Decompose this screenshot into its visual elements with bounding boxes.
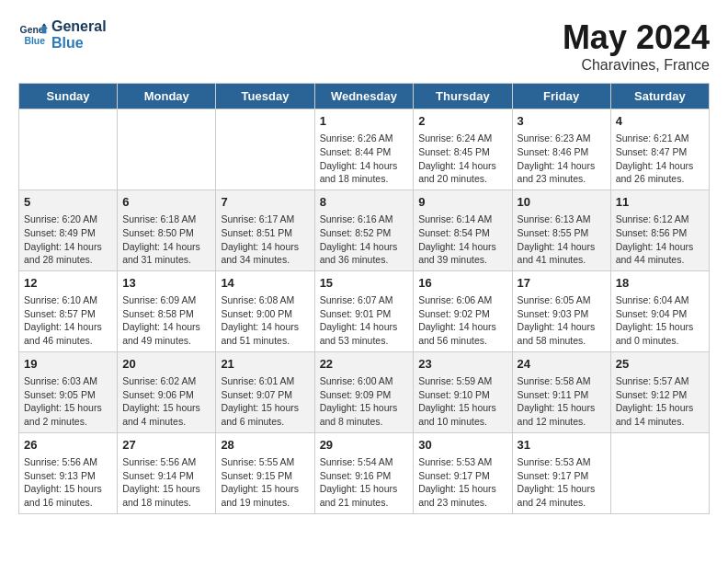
cell-info: Sunrise: 6:01 AM Sunset: 9:07 PM Dayligh… [221, 374, 309, 429]
header: General Blue General Blue May 2024 Chara… [18, 18, 710, 74]
calendar-cell: 18Sunrise: 6:04 AM Sunset: 9:04 PM Dayli… [610, 270, 709, 351]
calendar-cell: 21Sunrise: 6:01 AM Sunset: 9:07 PM Dayli… [216, 351, 314, 432]
calendar-cell: 3Sunrise: 6:23 AM Sunset: 8:46 PM Daylig… [512, 109, 610, 190]
cell-day-number: 31 [518, 437, 606, 454]
cell-info: Sunrise: 5:53 AM Sunset: 9:17 PM Dayligh… [518, 455, 606, 510]
cell-info: Sunrise: 6:24 AM Sunset: 8:45 PM Dayligh… [418, 132, 506, 186]
cell-day-number: 6 [122, 194, 210, 211]
cell-day-number: 21 [221, 356, 309, 373]
calendar-cell: 17Sunrise: 6:05 AM Sunset: 9:03 PM Dayli… [512, 270, 610, 351]
cell-info: Sunrise: 5:58 AM Sunset: 9:11 PM Dayligh… [518, 374, 606, 429]
cell-info: Sunrise: 6:18 AM Sunset: 8:50 PM Dayligh… [122, 213, 210, 267]
logo-text-line1: General [51, 18, 107, 35]
cell-info: Sunrise: 6:03 AM Sunset: 9:05 PM Dayligh… [24, 374, 112, 429]
cell-info: Sunrise: 6:09 AM Sunset: 8:58 PM Dayligh… [122, 293, 210, 348]
cell-info: Sunrise: 6:16 AM Sunset: 8:52 PM Dayligh… [320, 213, 409, 267]
cell-info: Sunrise: 6:23 AM Sunset: 8:46 PM Dayligh… [518, 132, 606, 186]
calendar-week-row: 12Sunrise: 6:10 AM Sunset: 8:57 PM Dayli… [19, 270, 710, 351]
calendar-week-row: 1Sunrise: 6:26 AM Sunset: 8:44 PM Daylig… [19, 109, 710, 190]
calendar-cell: 30Sunrise: 5:53 AM Sunset: 9:17 PM Dayli… [414, 432, 512, 513]
calendar-cell: 6Sunrise: 6:18 AM Sunset: 8:50 PM Daylig… [118, 190, 216, 270]
cell-day-number: 28 [221, 437, 309, 454]
calendar-cell: 16Sunrise: 6:06 AM Sunset: 9:02 PM Dayli… [414, 270, 512, 351]
calendar-cell: 22Sunrise: 6:00 AM Sunset: 9:09 PM Dayli… [314, 351, 414, 432]
cell-info: Sunrise: 5:57 AM Sunset: 9:12 PM Dayligh… [616, 374, 704, 429]
cell-info: Sunrise: 6:12 AM Sunset: 8:56 PM Dayligh… [616, 213, 704, 267]
cell-day-number: 19 [24, 356, 112, 373]
cell-day-number: 2 [418, 113, 506, 130]
cell-info: Sunrise: 6:13 AM Sunset: 8:55 PM Dayligh… [518, 213, 606, 267]
day-of-week-header: Friday [512, 84, 610, 109]
calendar-cell: 23Sunrise: 5:59 AM Sunset: 9:10 PM Dayli… [414, 351, 512, 432]
day-of-week-header: Monday [118, 84, 216, 109]
calendar-cell: 20Sunrise: 6:02 AM Sunset: 9:06 PM Dayli… [118, 351, 216, 432]
cell-day-number: 14 [221, 275, 309, 292]
calendar-cell: 24Sunrise: 5:58 AM Sunset: 9:11 PM Dayli… [512, 351, 610, 432]
title-area: May 2024 Charavines, France [563, 18, 710, 74]
day-of-week-header: Saturday [610, 84, 709, 109]
cell-info: Sunrise: 6:06 AM Sunset: 9:02 PM Dayligh… [418, 293, 506, 348]
day-of-week-header: Wednesday [314, 84, 414, 109]
cell-info: Sunrise: 6:08 AM Sunset: 9:00 PM Dayligh… [221, 293, 309, 348]
calendar-cell: 27Sunrise: 5:56 AM Sunset: 9:14 PM Dayli… [118, 432, 216, 513]
day-of-week-header: Tuesday [216, 84, 314, 109]
cell-day-number: 5 [24, 194, 112, 211]
cell-day-number: 8 [320, 194, 409, 211]
cell-info: Sunrise: 6:17 AM Sunset: 8:51 PM Dayligh… [221, 213, 309, 267]
calendar-cell: 13Sunrise: 6:09 AM Sunset: 8:58 PM Dayli… [118, 270, 216, 351]
calendar-cell [216, 109, 314, 190]
calendar-week-row: 19Sunrise: 6:03 AM Sunset: 9:05 PM Dayli… [19, 351, 710, 432]
calendar-cell: 28Sunrise: 5:55 AM Sunset: 9:15 PM Dayli… [216, 432, 314, 513]
cell-day-number: 24 [518, 356, 606, 373]
calendar-cell: 15Sunrise: 6:07 AM Sunset: 9:01 PM Dayli… [314, 270, 414, 351]
cell-info: Sunrise: 6:14 AM Sunset: 8:54 PM Dayligh… [418, 213, 506, 267]
cell-info: Sunrise: 5:54 AM Sunset: 9:16 PM Dayligh… [320, 455, 409, 510]
cell-info: Sunrise: 5:53 AM Sunset: 9:17 PM Dayligh… [418, 455, 506, 510]
cell-day-number: 15 [320, 275, 409, 292]
calendar-cell [610, 432, 709, 513]
cell-day-number: 25 [616, 356, 704, 373]
cell-day-number: 27 [122, 437, 210, 454]
cell-info: Sunrise: 6:02 AM Sunset: 9:06 PM Dayligh… [122, 374, 210, 429]
svg-marker-3 [42, 26, 47, 33]
calendar-cell: 5Sunrise: 6:20 AM Sunset: 8:49 PM Daylig… [19, 190, 118, 270]
cell-day-number: 3 [518, 113, 606, 130]
calendar: SundayMondayTuesdayWednesdayThursdayFrid… [18, 83, 710, 514]
calendar-header-row: SundayMondayTuesdayWednesdayThursdayFrid… [19, 84, 710, 109]
cell-day-number: 16 [418, 275, 506, 292]
cell-info: Sunrise: 6:05 AM Sunset: 9:03 PM Dayligh… [518, 293, 606, 348]
cell-info: Sunrise: 6:00 AM Sunset: 9:09 PM Dayligh… [320, 374, 409, 429]
cell-day-number: 29 [320, 437, 409, 454]
svg-text:Blue: Blue [24, 36, 45, 46]
cell-info: Sunrise: 6:20 AM Sunset: 8:49 PM Dayligh… [24, 213, 112, 267]
sub-title: Charavines, France [563, 57, 710, 74]
calendar-cell: 29Sunrise: 5:54 AM Sunset: 9:16 PM Dayli… [314, 432, 414, 513]
cell-info: Sunrise: 5:56 AM Sunset: 9:14 PM Dayligh… [122, 455, 210, 510]
cell-info: Sunrise: 6:04 AM Sunset: 9:04 PM Dayligh… [616, 293, 704, 348]
calendar-cell: 14Sunrise: 6:08 AM Sunset: 9:00 PM Dayli… [216, 270, 314, 351]
cell-day-number: 1 [320, 113, 409, 130]
calendar-cell: 7Sunrise: 6:17 AM Sunset: 8:51 PM Daylig… [216, 190, 314, 270]
day-of-week-header: Thursday [414, 84, 512, 109]
cell-day-number: 22 [320, 356, 409, 373]
logo: General Blue General Blue [18, 18, 107, 52]
cell-info: Sunrise: 6:07 AM Sunset: 9:01 PM Dayligh… [320, 293, 409, 348]
calendar-cell: 2Sunrise: 6:24 AM Sunset: 8:45 PM Daylig… [414, 109, 512, 190]
cell-day-number: 30 [418, 437, 506, 454]
cell-day-number: 7 [221, 194, 309, 211]
logo-text-line2: Blue [51, 35, 107, 52]
calendar-cell: 25Sunrise: 5:57 AM Sunset: 9:12 PM Dayli… [610, 351, 709, 432]
cell-day-number: 17 [518, 275, 606, 292]
cell-day-number: 26 [24, 437, 112, 454]
cell-day-number: 13 [122, 275, 210, 292]
calendar-cell: 4Sunrise: 6:21 AM Sunset: 8:47 PM Daylig… [610, 109, 709, 190]
cell-info: Sunrise: 5:56 AM Sunset: 9:13 PM Dayligh… [24, 455, 112, 510]
cell-info: Sunrise: 5:59 AM Sunset: 9:10 PM Dayligh… [418, 374, 506, 429]
calendar-week-row: 5Sunrise: 6:20 AM Sunset: 8:49 PM Daylig… [19, 190, 710, 270]
cell-day-number: 4 [616, 113, 704, 130]
calendar-cell: 11Sunrise: 6:12 AM Sunset: 8:56 PM Dayli… [610, 190, 709, 270]
logo-icon: General Blue [18, 20, 48, 50]
calendar-week-row: 26Sunrise: 5:56 AM Sunset: 9:13 PM Dayli… [19, 432, 710, 513]
calendar-cell: 9Sunrise: 6:14 AM Sunset: 8:54 PM Daylig… [414, 190, 512, 270]
cell-day-number: 10 [518, 194, 606, 211]
